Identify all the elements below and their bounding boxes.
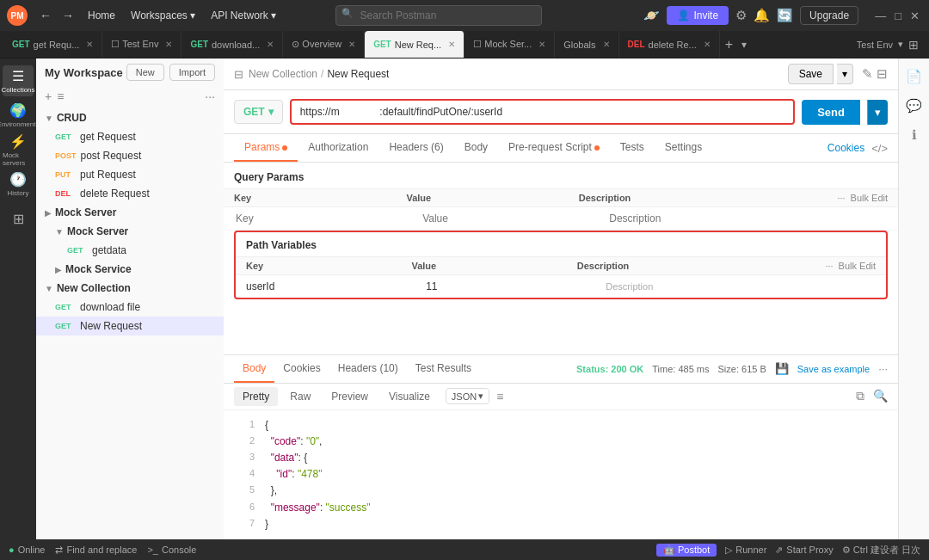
sidebar-icon-environments[interactable]: 🌍 Environments — [3, 100, 34, 131]
tree-folder-crud[interactable]: ▼ CRUD — [36, 108, 224, 127]
resp-subtab-raw[interactable]: Raw — [281, 387, 319, 406]
api-network-link[interactable]: API Network ▾ — [206, 8, 281, 23]
sidebar-more-icon[interactable]: ··· — [205, 89, 215, 103]
resp-tab-cookies[interactable]: Cookies — [274, 355, 329, 383]
tree-item-post-request[interactable]: POST post Request — [36, 146, 224, 165]
send-button[interactable]: Send — [802, 100, 860, 125]
tab-body[interactable]: Body — [454, 134, 498, 162]
tab-add-button[interactable]: + — [720, 37, 738, 52]
right-icon-doc[interactable]: 📄 — [902, 65, 926, 88]
tree-folder-mock-service[interactable]: ▶ Mock Service — [36, 260, 224, 279]
tab-delete[interactable]: DEL delete Re... ✕ — [619, 31, 720, 58]
resp-tab-test-results[interactable]: Test Results — [407, 355, 480, 383]
save-example-button[interactable]: Save as example — [797, 364, 870, 374]
tab-tests[interactable]: Tests — [610, 134, 655, 162]
tab-close-icon[interactable]: ✕ — [348, 40, 355, 49]
tab-headers[interactable]: Headers (6) — [378, 134, 453, 162]
save-chevron-button[interactable]: ▾ — [837, 64, 853, 84]
key-input[interactable] — [234, 211, 411, 226]
tree-item-get-request[interactable]: GET get Request — [36, 127, 224, 146]
console-button[interactable]: >_ Console — [147, 545, 196, 555]
tab-mock[interactable]: ☐ Mock Ser... ✕ — [464, 31, 555, 58]
tab-get-request[interactable]: GET get Requ... ✕ — [3, 31, 102, 58]
back-button[interactable]: ← — [36, 7, 55, 24]
format-selector[interactable]: JSON ▾ — [446, 388, 489, 404]
pv-more-icon[interactable]: ··· — [825, 261, 833, 271]
cookies-link[interactable]: Cookies — [827, 142, 864, 154]
sidebar-filter-icon[interactable]: ≡ — [57, 89, 64, 103]
settings-icon[interactable]: ⚙ — [735, 8, 747, 23]
start-proxy-button[interactable]: ⇗ Start Proxy — [775, 544, 833, 557]
tree-item-getdata[interactable]: GET getdata — [36, 241, 224, 260]
resp-tab-headers[interactable]: Headers (10) — [329, 355, 407, 383]
format-list-icon[interactable]: ≡ — [496, 390, 503, 403]
tab-params[interactable]: Params — [234, 134, 298, 162]
find-replace-button[interactable]: ⇄ Find and replace — [55, 545, 137, 556]
upgrade-button[interactable]: Upgrade — [800, 6, 858, 25]
tree-item-delete-request[interactable]: DEL delete Request — [36, 184, 224, 203]
save-button[interactable]: Save — [788, 64, 834, 84]
tree-item-download-file[interactable]: GET download file — [36, 298, 224, 317]
minimize-button[interactable]: — — [872, 9, 889, 22]
tab-close-icon[interactable]: ✕ — [538, 40, 545, 49]
sidebar-add-icon[interactable]: + — [45, 89, 52, 103]
tab-authorization[interactable]: Authorization — [298, 134, 378, 162]
close-button[interactable]: ✕ — [907, 9, 922, 22]
tree-folder-mock-server-inner[interactable]: ▼ Mock Server — [36, 222, 224, 241]
runner-button[interactable]: ▷ Runner — [725, 544, 766, 557]
online-status[interactable]: ● Online — [9, 545, 45, 555]
sidebar-icon-collections[interactable]: ☰ Collections — [3, 65, 34, 96]
tab-close-icon[interactable]: ✕ — [165, 40, 172, 49]
delete-icon[interactable]: ⊟ — [877, 66, 888, 82]
desc-input[interactable] — [607, 211, 873, 226]
invite-button[interactable]: 👤 Invite — [667, 6, 729, 25]
right-icon-comment[interactable]: 💬 — [902, 95, 926, 117]
resp-subtab-visualize[interactable]: Visualize — [380, 387, 439, 406]
breadcrumb-parent[interactable]: New Collection — [249, 68, 317, 80]
resp-subtab-pretty[interactable]: Pretty — [234, 387, 278, 406]
sync-icon[interactable]: 🔄 — [777, 8, 793, 23]
bulk-edit-button[interactable]: Bulk Edit — [851, 193, 888, 203]
tab-download[interactable]: GET download... ✕ — [181, 31, 283, 58]
home-link[interactable]: Home — [83, 8, 120, 23]
new-button[interactable]: New — [126, 64, 164, 81]
tab-close-icon[interactable]: ✕ — [86, 40, 93, 49]
workspaces-link[interactable]: Workspaces ▾ — [126, 8, 200, 23]
tab-overview[interactable]: ⊙ Overview ✕ — [283, 31, 365, 58]
tab-close-icon[interactable]: ✕ — [603, 40, 610, 49]
resp-subtab-preview[interactable]: Preview — [323, 387, 377, 406]
tab-close-icon[interactable]: ✕ — [267, 40, 274, 49]
env-selector[interactable]: Test Env — [857, 40, 893, 50]
search-icon[interactable]: 🔍 — [873, 389, 888, 403]
postbot-button[interactable]: 🤖 Postbot — [656, 544, 717, 557]
copy-icon[interactable]: ⧉ — [856, 389, 864, 403]
forward-button[interactable]: → — [58, 7, 77, 24]
tab-settings[interactable]: Settings — [655, 134, 712, 162]
method-select[interactable]: GET ▾ — [234, 100, 283, 124]
right-icon-info[interactable]: ℹ — [908, 124, 920, 146]
search-input[interactable] — [335, 5, 542, 26]
env-settings-icon[interactable]: ⊞ — [908, 38, 919, 52]
tab-test-env[interactable]: ☐ Test Env ✕ — [102, 31, 181, 58]
tree-item-put-request[interactable]: PUT put Request — [36, 165, 224, 184]
sidebar-icon-history[interactable]: 🕐 History — [3, 169, 34, 200]
env-chevron-icon[interactable]: ▾ — [898, 39, 903, 50]
edit-icon[interactable]: ✎ — [862, 66, 873, 82]
tab-close-icon[interactable]: ✕ — [448, 40, 455, 49]
bell-icon[interactable]: 🔔 — [754, 8, 770, 23]
sidebar-icon-extra[interactable]: ⊞ — [3, 203, 34, 234]
value-input[interactable] — [421, 211, 598, 226]
resp-tab-body[interactable]: Body — [234, 355, 274, 383]
tree-item-new-request[interactable]: GET New Request — [36, 317, 224, 335]
maximize-button[interactable]: □ — [892, 9, 904, 22]
url-input[interactable] — [290, 99, 796, 125]
tab-overflow-button[interactable]: ▾ — [738, 39, 750, 51]
resp-more-icon[interactable]: ··· — [878, 362, 888, 375]
send-chevron-button[interactable]: ▾ — [867, 100, 888, 125]
tab-pre-request[interactable]: Pre-request Script — [498, 134, 610, 162]
extra-controls[interactable]: ⚙ Ctrl 建设者 日次 — [842, 544, 920, 557]
tab-new-request[interactable]: GET New Req... ✕ — [365, 31, 464, 58]
code-icon[interactable]: </> — [871, 142, 888, 155]
sidebar-icon-mock[interactable]: ⚡ Mock servers — [3, 134, 34, 165]
more-actions-icon[interactable]: ··· — [837, 193, 845, 203]
